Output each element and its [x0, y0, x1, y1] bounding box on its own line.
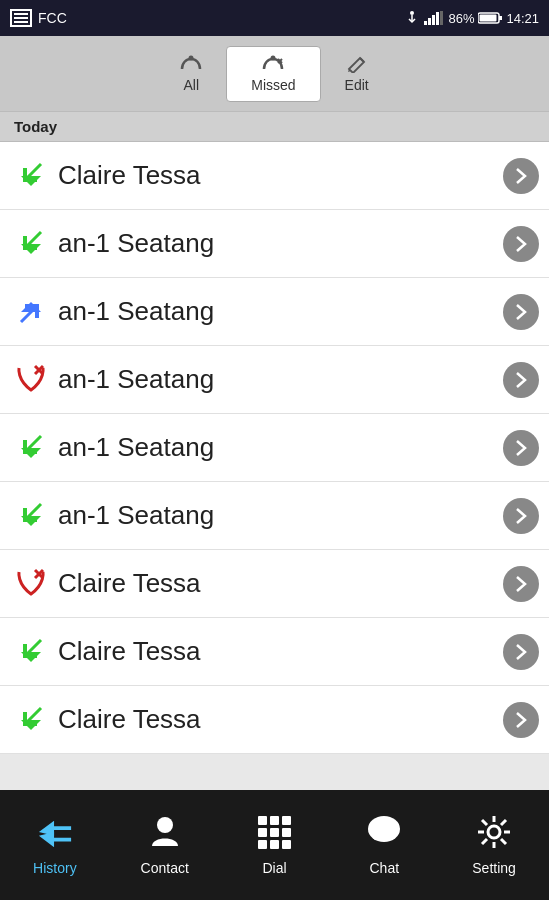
svg-rect-5	[424, 21, 427, 25]
call-item[interactable]: Claire Tessa	[0, 550, 549, 618]
svg-rect-0	[14, 13, 28, 15]
nav-setting[interactable]: Setting	[439, 814, 549, 876]
call-item[interactable]: an-1 Seatang	[0, 278, 549, 346]
svg-rect-31	[258, 816, 267, 825]
incoming-call-icon	[13, 498, 49, 534]
tab-all-label: All	[183, 77, 199, 93]
call-contact-name: an-1 Seatang	[52, 296, 503, 327]
call-contact-name: an-1 Seatang	[52, 432, 503, 463]
detail-chevron[interactable]	[503, 634, 539, 670]
svg-line-48	[501, 839, 506, 844]
svg-rect-8	[436, 12, 439, 25]
battery-pct: 86%	[448, 11, 474, 26]
detail-chevron[interactable]	[503, 566, 539, 602]
svg-rect-37	[258, 840, 267, 849]
call-type-icon	[10, 634, 52, 670]
chevron-right-icon	[515, 643, 527, 661]
call-contact-name: Claire Tessa	[52, 568, 503, 599]
nav-contact[interactable]: Contact	[110, 814, 220, 876]
call-type-icon	[10, 362, 52, 398]
call-contact-name: an-1 Seatang	[52, 364, 503, 395]
app-icon	[10, 9, 32, 27]
call-type-icon	[10, 294, 52, 330]
call-item[interactable]: Claire Tessa	[0, 142, 549, 210]
incoming-call-icon	[13, 158, 49, 194]
svg-rect-7	[432, 15, 435, 25]
detail-chevron[interactable]	[503, 362, 539, 398]
chevron-right-icon	[515, 167, 527, 185]
call-type-icon	[10, 158, 52, 194]
incoming-call-icon	[13, 226, 49, 262]
time: 14:21	[506, 11, 539, 26]
call-item[interactable]: Claire Tessa	[0, 618, 549, 686]
nav-history[interactable]: History	[0, 814, 110, 876]
chevron-right-icon	[515, 303, 527, 321]
detail-chevron[interactable]	[503, 498, 539, 534]
missed-call-icon	[13, 362, 49, 398]
nav-setting-label: Setting	[472, 860, 516, 876]
call-item[interactable]: Claire Tessa	[0, 686, 549, 754]
chat-icon	[366, 814, 402, 854]
svg-rect-32	[270, 816, 279, 825]
call-type-icon	[10, 498, 52, 534]
call-list: Claire Tessa an-1 Seatang	[0, 142, 549, 754]
incoming-call-icon	[13, 430, 49, 466]
svg-point-14	[271, 55, 276, 60]
svg-rect-11	[499, 16, 502, 20]
tab-missed-label: Missed	[251, 77, 295, 93]
bottom-nav: History Contact Dial	[0, 790, 549, 900]
svg-line-50	[482, 839, 487, 844]
chevron-right-icon	[515, 507, 527, 525]
section-today-label: Today	[14, 118, 57, 135]
call-item[interactable]: an-1 Seatang	[0, 346, 549, 414]
status-bar: FCC 86% 14:21	[0, 0, 549, 36]
tab-missed[interactable]: Missed	[226, 46, 320, 102]
call-item[interactable]: an-1 Seatang	[0, 482, 549, 550]
nav-chat[interactable]: Chat	[329, 814, 439, 876]
svg-point-42	[488, 826, 500, 838]
all-calls-icon	[180, 55, 202, 73]
call-contact-name: Claire Tessa	[52, 636, 503, 667]
detail-chevron[interactable]	[503, 702, 539, 738]
edit-icon	[346, 55, 368, 73]
call-item[interactable]: an-1 Seatang	[0, 414, 549, 482]
svg-rect-9	[440, 11, 443, 25]
call-type-icon	[10, 566, 52, 602]
dial-icon	[256, 814, 292, 854]
nav-dial[interactable]: Dial	[220, 814, 330, 876]
contact-icon	[147, 814, 183, 854]
svg-rect-1	[14, 17, 28, 19]
chevron-right-icon	[515, 711, 527, 729]
status-right: 86% 14:21	[404, 10, 539, 26]
svg-line-47	[482, 820, 487, 825]
svg-rect-12	[480, 15, 497, 22]
call-item[interactable]: an-1 Seatang	[0, 210, 549, 278]
call-contact-name: an-1 Seatang	[52, 228, 503, 259]
call-type-icon	[10, 226, 52, 262]
svg-point-3	[410, 11, 414, 15]
call-contact-name: Claire Tessa	[52, 160, 503, 191]
svg-line-49	[501, 820, 506, 825]
detail-chevron[interactable]	[503, 226, 539, 262]
detail-chevron[interactable]	[503, 158, 539, 194]
detail-chevron[interactable]	[503, 294, 539, 330]
call-contact-name: an-1 Seatang	[52, 500, 503, 531]
app-name: FCC	[38, 10, 67, 26]
chevron-right-icon	[515, 575, 527, 593]
tab-edit-label: Edit	[345, 77, 369, 93]
svg-point-30	[157, 817, 173, 833]
section-today: Today	[0, 111, 549, 142]
svg-rect-6	[428, 18, 431, 25]
svg-marker-28	[39, 821, 71, 836]
call-type-icon	[10, 702, 52, 738]
chevron-right-icon	[515, 439, 527, 457]
usb-icon	[404, 10, 420, 26]
tab-edit[interactable]: Edit	[321, 47, 393, 101]
chevron-right-icon	[515, 371, 527, 389]
tab-all[interactable]: All	[156, 47, 226, 101]
detail-chevron[interactable]	[503, 430, 539, 466]
missed-call-icon	[13, 566, 49, 602]
svg-rect-35	[270, 828, 279, 837]
nav-history-label: History	[33, 860, 77, 876]
chevron-right-icon	[515, 235, 527, 253]
